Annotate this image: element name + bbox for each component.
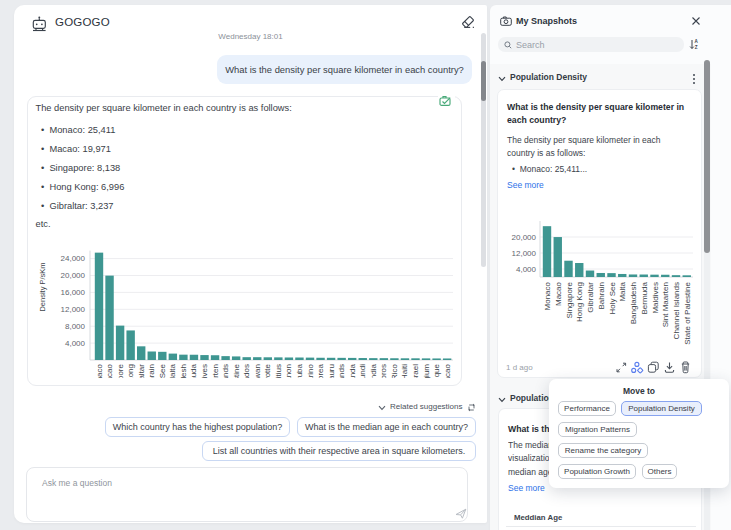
- svg-text:South Korea: South Korea: [316, 363, 325, 378]
- svg-text:Nauru: Nauru: [327, 364, 336, 378]
- svg-text:Puerto Rico: Puerto Rico: [390, 363, 399, 378]
- svg-text:Curacao: Curacao: [443, 363, 452, 378]
- svg-text:Maldives: Maldives: [651, 282, 660, 314]
- svg-text:Bahrain: Bahrain: [597, 282, 606, 310]
- svg-text:Israel: Israel: [411, 364, 420, 378]
- svg-text:Bangladesh: Bangladesh: [179, 364, 188, 378]
- svg-text:Bahrain: Bahrain: [147, 364, 156, 378]
- svg-text:Barbados: Barbados: [242, 364, 251, 378]
- svg-text:Z: Z: [695, 45, 698, 50]
- svg-text:24,000: 24,000: [61, 254, 86, 263]
- svg-text:Burundi: Burundi: [358, 364, 367, 378]
- svg-text:Aruba: Aruba: [295, 363, 304, 378]
- svg-text:8,000: 8,000: [65, 322, 86, 331]
- svg-text:Bangladesh: Bangladesh: [629, 282, 638, 324]
- svg-text:Macao: Macao: [554, 281, 563, 306]
- svg-text:Malta: Malta: [618, 281, 627, 301]
- svg-text:Maldives: Maldives: [200, 364, 209, 378]
- svg-text:Mayotte: Mayotte: [263, 363, 272, 378]
- svg-text:16,000: 16,000: [61, 288, 86, 297]
- svg-text:Bermuda: Bermuda: [640, 281, 649, 314]
- svg-text:Gibraltar: Gibraltar: [586, 282, 595, 313]
- svg-text:Lebanon: Lebanon: [284, 364, 293, 378]
- svg-text:12,000: 12,000: [61, 305, 86, 314]
- svg-text:Haiti: Haiti: [400, 364, 409, 378]
- svg-text:Mauritius: Mauritius: [274, 364, 283, 378]
- svg-text:Malta: Malta: [168, 363, 177, 378]
- svg-text:20,000: 20,000: [61, 271, 86, 280]
- svg-text:Channel Islands: Channel Islands: [221, 364, 230, 378]
- svg-text:Monaco: Monaco: [543, 281, 552, 310]
- svg-text:4,000: 4,000: [65, 339, 86, 348]
- svg-text:Density P/sKm: Density P/sKm: [38, 262, 47, 311]
- svg-text:Martinique: Martinique: [432, 363, 441, 378]
- svg-text:Rwanda: Rwanda: [348, 363, 357, 378]
- svg-text:Taiwan: Taiwan: [253, 364, 262, 378]
- svg-text:Sint Maarten: Sint Maarten: [211, 364, 220, 378]
- svg-text:Hong Kong: Hong Kong: [575, 282, 584, 322]
- svg-text:Hong Kong: Hong Kong: [126, 364, 135, 378]
- svg-text:Channel Islands: Channel Islands: [672, 282, 681, 339]
- svg-text:Holy See: Holy See: [158, 363, 167, 378]
- svg-text:Netherlands: Netherlands: [337, 364, 346, 378]
- svg-text:San Marino: San Marino: [306, 363, 315, 378]
- svg-text:Bermuda: Bermuda: [189, 363, 198, 378]
- svg-text:India: India: [369, 363, 378, 378]
- svg-text:Singapore: Singapore: [116, 363, 125, 378]
- svg-text:Belgium: Belgium: [422, 364, 431, 378]
- svg-text:A: A: [695, 39, 699, 44]
- svg-text:Holy See: Holy See: [608, 281, 617, 314]
- svg-text:12,000: 12,000: [512, 249, 537, 258]
- svg-text:Gibraltar: Gibraltar: [137, 364, 146, 378]
- svg-text:State of Palestine: State of Palestine: [683, 281, 692, 344]
- svg-text:Singapore: Singapore: [565, 281, 574, 318]
- svg-text:4,000: 4,000: [516, 265, 537, 274]
- svg-text:Monaco: Monaco: [95, 363, 104, 378]
- svg-text:20,000: 20,000: [512, 233, 537, 242]
- svg-text:State of Palestine: State of Palestine: [232, 363, 241, 378]
- svg-text:Comoros: Comoros: [379, 364, 388, 378]
- svg-text:Sint Maarten: Sint Maarten: [661, 282, 670, 327]
- svg-text:Macao: Macao: [105, 363, 114, 378]
